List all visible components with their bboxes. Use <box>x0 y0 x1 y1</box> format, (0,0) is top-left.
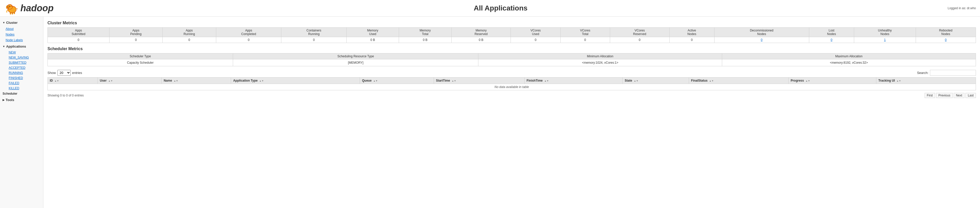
scheduler-metrics-title: Scheduler Metrics <box>48 46 976 51</box>
sidebar-item-finished[interactable]: FINISHED <box>0 75 43 81</box>
sidebar-item-scheduler[interactable]: Scheduler <box>0 91 43 96</box>
col-apps-pending: AppsPending <box>109 28 162 37</box>
search-input[interactable] <box>930 70 976 76</box>
sidebar-item-running[interactable]: RUNNING <box>0 70 43 75</box>
app-col-start-time[interactable]: StartTime ▲▼ <box>434 77 524 84</box>
pagination-area: Showing 0 to 0 of 0 entries First Previo… <box>48 93 976 98</box>
logo-area: hadoop <box>4 2 54 15</box>
svg-rect-6 <box>12 12 13 14</box>
val-vcores-used: 0 <box>511 37 560 43</box>
app-col-state[interactable]: State ▲▼ <box>623 77 689 84</box>
sidebar-item-failed[interactable]: FAILED <box>0 81 43 86</box>
col-decommissioned-nodes: DecommissionedNodes <box>714 28 809 37</box>
val-apps-completed: 0 <box>216 37 281 43</box>
next-button[interactable]: Next <box>954 93 965 98</box>
sched-val-max-alloc: <memory:8192, vCores:32> <box>722 59 976 66</box>
cluster-arrow-icon: ▼ <box>3 21 5 24</box>
sidebar-item-killed[interactable]: KILLED <box>0 86 43 91</box>
sidebar-item-about[interactable]: About <box>0 26 43 32</box>
app-col-name[interactable]: Name ▲▼ <box>162 77 231 84</box>
sidebar-item-new-saving[interactable]: NEW_SAVING <box>0 55 43 60</box>
val-memory-used: 0 B <box>347 37 399 43</box>
col-rebooted-nodes: RebootedNodes <box>916 28 976 37</box>
tools-label: Tools <box>6 98 14 102</box>
applications-label: Applications <box>6 45 26 48</box>
show-entries-select[interactable]: 102050100 <box>57 70 71 76</box>
finish-sort-icon: ▲▼ <box>544 80 549 82</box>
queue-sort-icon: ▲▼ <box>373 80 378 82</box>
col-memory-used: MemoryUsed <box>347 28 399 37</box>
col-unhealthy-nodes: UnhealthyNodes <box>854 28 916 37</box>
col-active-nodes: ActiveNodes <box>669 28 714 37</box>
val-apps-running: 0 <box>162 37 216 43</box>
no-data-cell: No data available in table <box>48 84 976 90</box>
app-col-queue[interactable]: Queue ▲▼ <box>360 77 434 84</box>
previous-button[interactable]: Previous <box>936 93 953 98</box>
val-active-nodes: 0 <box>669 37 714 43</box>
page-title: All Applications <box>54 4 948 12</box>
col-containers-running: ContainersRunning <box>281 28 347 37</box>
content-area: Cluster Metrics AppsSubmitted AppsPendin… <box>43 17 980 208</box>
col-vcores-reserved: VCoresReserved <box>610 28 669 37</box>
start-sort-icon: ▲▼ <box>452 80 456 82</box>
sidebar-item-accepted[interactable]: ACCEPTED <box>0 65 43 70</box>
val-apps-pending: 0 <box>109 37 162 43</box>
sidebar-item-submitted[interactable]: SUBMITTED <box>0 60 43 65</box>
val-containers-running: 0 <box>281 37 347 43</box>
sched-col-type: Scheduler Type <box>48 53 233 59</box>
app-col-final-status[interactable]: FinalStatus ▲▼ <box>689 77 789 84</box>
sidebar: ▼ Cluster About Nodes Node Labels ▼ Appl… <box>0 17 43 208</box>
table-controls: Show 102050100 entries Search: <box>48 70 976 76</box>
val-vcores-reserved: 0 <box>610 37 669 43</box>
app-col-id[interactable]: ID ▲▼ <box>48 77 98 84</box>
app-col-user[interactable]: User ▲▼ <box>98 77 162 84</box>
val-memory-reserved: 0 B <box>451 37 511 43</box>
val-decommissioned-nodes[interactable]: 0 <box>714 37 809 43</box>
sidebar-section-applications[interactable]: ▼ Applications <box>0 43 43 50</box>
final-sort-icon: ▲▼ <box>709 80 714 82</box>
login-info: Logged in as: dr.who <box>948 6 976 10</box>
sidebar-section-tools[interactable]: ▶ Tools <box>0 96 43 103</box>
cluster-label: Cluster <box>6 21 18 24</box>
sched-val-type: Capacity Scheduler <box>48 59 233 66</box>
val-memory-total: 0 B <box>399 37 451 43</box>
search-label: Search: <box>917 71 928 75</box>
app-col-finish-time[interactable]: FinishTime ▲▼ <box>524 77 622 84</box>
progress-sort-icon: ▲▼ <box>806 80 810 82</box>
sched-col-max-alloc: Maximum Allocation <box>722 53 976 59</box>
show-entries-area: Show 102050100 entries <box>48 70 82 76</box>
sched-col-min-alloc: Minimum Allocation <box>478 53 722 59</box>
col-memory-total: MemoryTotal <box>399 28 451 37</box>
sidebar-section-cluster[interactable]: ▼ Cluster <box>0 19 43 26</box>
sidebar-item-nodes[interactable]: Nodes <box>0 32 43 37</box>
col-vcores-total: VCoresTotal <box>560 28 610 37</box>
val-unhealthy-nodes[interactable]: 1 <box>854 37 916 43</box>
sidebar-item-node-labels[interactable]: Node Labels <box>0 37 43 43</box>
app-col-tracking-ui[interactable]: Tracking UI ▲▼ <box>876 77 976 84</box>
state-sort-icon: ▲▼ <box>634 80 638 82</box>
val-vcores-total: 0 <box>560 37 610 43</box>
last-button[interactable]: Last <box>966 93 976 98</box>
showing-text: Showing 0 to 0 of 0 entries <box>48 94 84 97</box>
app-type-sort-icon: ▲▼ <box>259 80 264 82</box>
search-area: Search: <box>917 70 976 76</box>
name-sort-icon: ▲▼ <box>173 80 178 82</box>
val-rebooted-nodes[interactable]: 0 <box>916 37 976 43</box>
first-button[interactable]: First <box>924 93 935 98</box>
val-lost-nodes[interactable]: 0 <box>809 37 854 43</box>
cluster-metrics-table: AppsSubmitted AppsPending AppsRunning Ap… <box>48 27 976 43</box>
sidebar-item-new[interactable]: NEW <box>0 50 43 55</box>
col-lost-nodes: LostNodes <box>809 28 854 37</box>
col-vcores-used: VCoresUsed <box>511 28 560 37</box>
col-memory-reserved: MemoryReserved <box>451 28 511 37</box>
cluster-metrics-title: Cluster Metrics <box>48 21 976 25</box>
user-sort-icon: ▲▼ <box>108 80 113 82</box>
sched-val-min-alloc: <memory:1024, vCores:1> <box>478 59 722 66</box>
app-col-progress[interactable]: Progress ▲▼ <box>789 77 877 84</box>
table-row-no-data: No data available in table <box>48 84 976 90</box>
app-col-app-type[interactable]: Application Type ▲▼ <box>231 77 360 84</box>
applications-arrow-icon: ▼ <box>3 45 5 48</box>
col-apps-running: AppsRunning <box>162 28 216 37</box>
tracking-sort-icon: ▲▼ <box>897 80 901 82</box>
pagination-buttons: First Previous Next Last <box>924 93 976 98</box>
